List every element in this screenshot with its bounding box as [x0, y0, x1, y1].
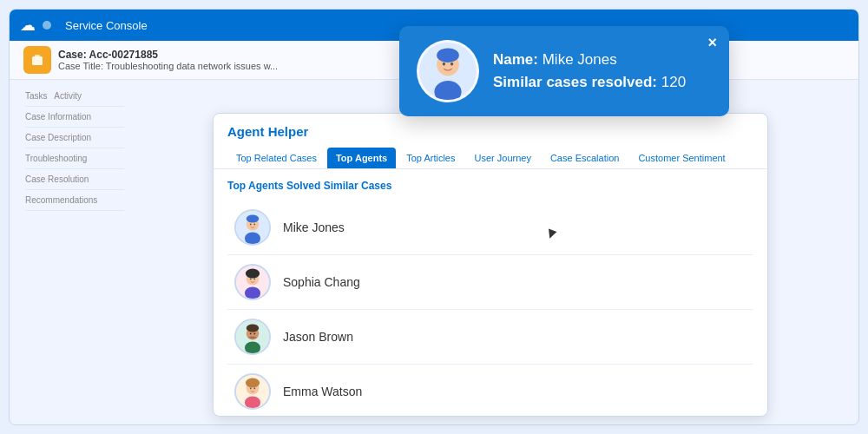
agent-row-jason[interactable]: Jason Brown	[227, 310, 753, 365]
panel-header: Agent Helper Top Related Cases Top Agent…	[214, 114, 767, 169]
left-item-recommend: Recommendations	[25, 190, 124, 211]
popup-name-label: Name:	[493, 51, 538, 68]
agent-row-mike[interactable]: Mike Jones	[227, 201, 753, 255]
section-title: Top Agents Solved Similar Cases	[227, 180, 753, 192]
header-dot-1	[43, 21, 51, 30]
agent-list: Mike Jones Sophia Chang	[227, 201, 753, 417]
left-item-resolution: Case Resolution	[25, 169, 124, 190]
case-icon	[23, 46, 51, 74]
agent-name-jason: Jason Brown	[283, 330, 353, 344]
left-item-troubleshoot: Troubleshooting	[25, 148, 124, 169]
agent-name-mike: Mike Jones	[283, 220, 345, 234]
popup-avatar-mike	[417, 40, 479, 102]
case-info: Case: Acc-00271885 Case Title: Troublesh…	[58, 49, 278, 71]
svg-point-19	[253, 332, 255, 334]
svg-point-7	[253, 223, 255, 225]
popup-name-line: Name: Mike Jones	[493, 51, 686, 69]
tab-bar: Top Related Cases Top Agents Top Article…	[227, 148, 753, 168]
popup-cases-value: 120	[661, 74, 686, 90]
tab-case-escalation[interactable]: Case Escalation	[542, 148, 628, 168]
agent-row-sophia[interactable]: Sophia Chang	[227, 255, 753, 310]
agent-popup-card: × Name: Mike Jones Similar cases resolve…	[399, 26, 729, 116]
tab-top-agents[interactable]: Top Agents	[327, 148, 396, 168]
popup-name-value: Mike Jones	[542, 51, 617, 68]
panel-body: Top Agents Solved Similar Cases	[214, 169, 767, 417]
crm-title: Service Console	[65, 19, 148, 32]
popup-cases-line: Similar cases resolved: 120	[493, 74, 686, 91]
agent-helper-panel: Agent Helper Top Related Cases Top Agent…	[213, 113, 768, 417]
popup-cases-label: Similar cases resolved:	[493, 74, 657, 90]
svg-point-18	[250, 332, 252, 334]
case-number: Case: Acc-00271885	[58, 49, 278, 61]
svg-point-12	[250, 278, 252, 279]
agent-name-emma: Emma Watson	[283, 385, 362, 398]
agent-name-sophia: Sophia Chang	[283, 275, 360, 289]
avatar-mike	[234, 209, 271, 246]
svg-point-25	[253, 387, 255, 389]
svg-point-31	[450, 62, 453, 65]
svg-point-24	[250, 387, 252, 389]
avatar-jason	[234, 319, 271, 355]
agent-row-emma[interactable]: Emma Watson	[227, 365, 753, 417]
tab-top-related-cases[interactable]: Top Related Cases	[227, 148, 326, 168]
tab-customer-sentiment[interactable]: Customer Sentiment	[629, 148, 733, 168]
svg-point-13	[253, 278, 255, 279]
left-item-case-desc: Case Description	[25, 128, 124, 148]
avatar-emma	[234, 373, 271, 410]
tab-user-journey[interactable]: User Journey	[465, 148, 539, 168]
svg-point-22	[246, 378, 260, 388]
avatar-sophia	[234, 264, 271, 300]
svg-point-29	[434, 81, 461, 102]
case-title: Case Title: Troubleshooting data network…	[58, 61, 278, 71]
left-item-tasks: Tasks Activity	[25, 86, 124, 107]
left-panel: Tasks Activity Case Information Case Des…	[18, 79, 131, 218]
svg-point-30	[443, 62, 445, 65]
svg-rect-1	[35, 55, 40, 58]
svg-point-4	[247, 215, 259, 223]
salesforce-icon: ☁	[20, 16, 36, 35]
popup-close-button[interactable]: ×	[707, 35, 717, 50]
panel-title: Agent Helper	[227, 124, 753, 139]
left-item-case-info: Case Information	[25, 107, 124, 128]
popup-info: Name: Mike Jones Similar cases resolved:…	[493, 51, 686, 91]
tab-top-articles[interactable]: Top Articles	[398, 148, 464, 168]
svg-point-28	[437, 48, 459, 62]
svg-point-16	[247, 325, 259, 332]
svg-point-10	[246, 269, 260, 279]
svg-point-6	[250, 223, 252, 225]
